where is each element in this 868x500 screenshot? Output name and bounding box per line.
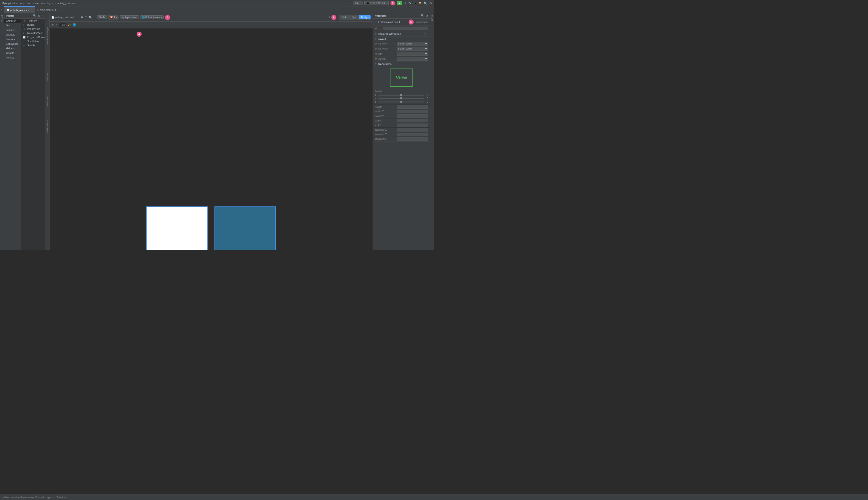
locale-dropdown[interactable]: 🌐 Default (en-us) ▾ (140, 15, 164, 19)
device-dropdown[interactable]: 📱 Pixel 4 API 30 ▾ (364, 1, 389, 5)
file-dropdown-label[interactable]: 📄 activity_main.xml ▾ (51, 16, 76, 19)
declared-add-icon[interactable]: + (423, 32, 425, 35)
attrs-settings-icon[interactable]: ⚙ (425, 14, 428, 18)
palette-search-icon[interactable]: 🔍 (33, 14, 36, 18)
pixel-dropdown[interactable]: Pixel ▾ (97, 15, 107, 19)
tab-mainactivity-close[interactable]: ✕ (57, 9, 59, 11)
layout-height-select[interactable]: match_parent wrap_content (397, 47, 428, 50)
cursor-icon[interactable]: ↖ (56, 23, 58, 26)
tab-activity-main[interactable]: 📄 activity_main.xml ✕ (4, 7, 35, 13)
category-text[interactable]: Text (4, 23, 21, 28)
run-button[interactable]: ▶ (397, 1, 402, 5)
palette-item-textview[interactable]: Ab TextView (21, 19, 45, 23)
toolbar-sep-1 (78, 15, 78, 20)
bookmarks-strip[interactable]: Bookmarks (46, 95, 48, 106)
magic-icon[interactable]: ✨ (68, 23, 71, 26)
palette-item-imageview[interactable]: ⬡ ImageView (21, 27, 45, 31)
rotation-field-input[interactable] (397, 105, 428, 109)
right-strip-label[interactable]: Gradle (431, 15, 433, 21)
visibility-animated-select[interactable] (397, 57, 428, 61)
build-icon[interactable]: ⚙ (404, 2, 407, 4)
breadcrumb-file[interactable]: activity_main.xml (57, 2, 76, 4)
scaleY-field-input[interactable] (397, 124, 428, 127)
breadcrumb-src[interactable]: src (27, 2, 31, 4)
locale-chevron: ▾ (161, 16, 162, 18)
rotationX-field-input[interactable] (397, 110, 428, 113)
category-helpers[interactable]: Helpers (4, 46, 21, 50)
infer-constraints-icon[interactable]: ⟂ (78, 23, 79, 26)
checkmark-icon[interactable]: ✓ (348, 1, 351, 5)
layout-section-header[interactable]: ▼ Layout (373, 37, 430, 41)
tab-mainactivity[interactable]: K MainActivity.kt ✕ (35, 7, 61, 13)
attrs-search-icon[interactable]: 🔍 (421, 14, 424, 18)
margin-input[interactable]: 0dp (59, 23, 67, 27)
breadcrumb-layout[interactable]: layout (47, 2, 54, 4)
blueprint-phone-mockup[interactable]: TextView (215, 206, 276, 250)
palette-item-button[interactable]: □ Button (21, 23, 45, 27)
palette-settings-icon[interactable]: ⚙ (38, 14, 40, 18)
rotation-label-row: Rotation (373, 89, 430, 93)
breadcrumb-myapplication[interactable]: MyApplication (2, 2, 18, 4)
id-input[interactable] (383, 26, 428, 30)
split-mode-button[interactable]: Split (350, 15, 358, 19)
category-widgets[interactable]: Widgets (4, 32, 21, 37)
translationX-field-input[interactable] (397, 128, 428, 132)
declared-attributes-header[interactable]: ▼ Declared Attributes + − (373, 31, 430, 36)
app-dropdown[interactable]: app ▾ (353, 1, 363, 5)
design-phone-mockup[interactable]: Hello World! (146, 206, 208, 250)
sdk-icon[interactable]: 📦 (419, 2, 422, 4)
zoom-icon[interactable]: 🔍 (89, 15, 92, 19)
settings-icon[interactable]: ⚙ (429, 1, 432, 5)
project-strip[interactable]: P (0, 7, 4, 13)
eraser-icon[interactable]: 🪣 (73, 23, 76, 26)
category-layouts[interactable]: Layouts (4, 37, 21, 42)
t-dropdown[interactable]: 🌄 T ▾ (108, 15, 118, 20)
transforms-section-header[interactable]: ▼ Transforms (373, 61, 430, 66)
translationZ-field-input[interactable] (397, 137, 428, 141)
declared-remove-icon[interactable]: − (426, 32, 428, 35)
breadcrumb-app[interactable]: app (20, 2, 24, 4)
tab-activity-main-close[interactable]: ✕ (31, 9, 33, 11)
rotation-x-handle[interactable] (400, 94, 402, 96)
rotationY-field-input[interactable] (397, 114, 428, 118)
attributes-title: Attributes (375, 14, 387, 17)
avd-icon[interactable]: 📲 (413, 2, 416, 4)
help-circle-icon[interactable]: ? (375, 21, 376, 23)
rotation-y-handle[interactable] (400, 97, 402, 100)
translationY-field-row: translationY (373, 132, 430, 137)
rotation-x-row: x 0 (373, 93, 430, 97)
rotation-z-handle[interactable] (400, 101, 402, 103)
category-legacy[interactable]: Legacy (4, 55, 21, 60)
build-variants-strip[interactable]: Build Variants (46, 120, 48, 134)
bookmarks-label: Bookmarks (46, 95, 48, 106)
gradle-icon[interactable]: 🔧 (408, 2, 412, 4)
category-common[interactable]: Common (4, 19, 21, 23)
breadcrumb-res[interactable]: res (41, 2, 45, 4)
category-containers[interactable]: Containers (4, 42, 21, 46)
breadcrumb-main[interactable]: main (33, 2, 39, 4)
search-icon[interactable]: 🔍 (423, 1, 427, 5)
palette-item-scrollview[interactable]: ↕ ScrollView (21, 39, 45, 43)
breadcrumb-sep-1: › (25, 2, 26, 4)
structure-strip[interactable]: Structure (46, 73, 48, 82)
category-google[interactable]: Google (4, 50, 21, 55)
scaleX-field-input[interactable] (397, 119, 428, 122)
category-buttons[interactable]: Buttons (4, 28, 21, 32)
palette-item-fragmentcontainerview[interactable]: ⬜ FragmentContainerView (21, 35, 45, 39)
palette-item-switch[interactable]: ⊡ Switch (21, 43, 45, 47)
eye-icon[interactable]: 👁 (51, 23, 54, 26)
layout-width-select[interactable]: match_parent wrap_content (397, 42, 428, 46)
translationY-field-input[interactable] (397, 133, 428, 136)
blueprint-icon[interactable]: ⬡ (85, 15, 87, 19)
resource-manager-strip[interactable]: Resource Manager (46, 27, 48, 45)
palette-item-recyclerview[interactable]: ≡ RecyclerView (21, 31, 45, 35)
visibility-select[interactable]: visible invisible gone (397, 52, 428, 56)
code-mode-button[interactable]: Code (339, 15, 350, 19)
project-strip-label[interactable]: Project (1, 15, 3, 22)
design-mode-button[interactable]: Design (359, 15, 370, 19)
help-icon[interactable]: ? (329, 16, 330, 19)
layout-width-label: layout_width (375, 42, 395, 45)
design-icon[interactable]: 🖥 (80, 15, 83, 19)
app-name-dropdown[interactable]: MyApplication ▾ (120, 15, 139, 19)
palette-minimize-icon[interactable]: − (42, 14, 43, 18)
